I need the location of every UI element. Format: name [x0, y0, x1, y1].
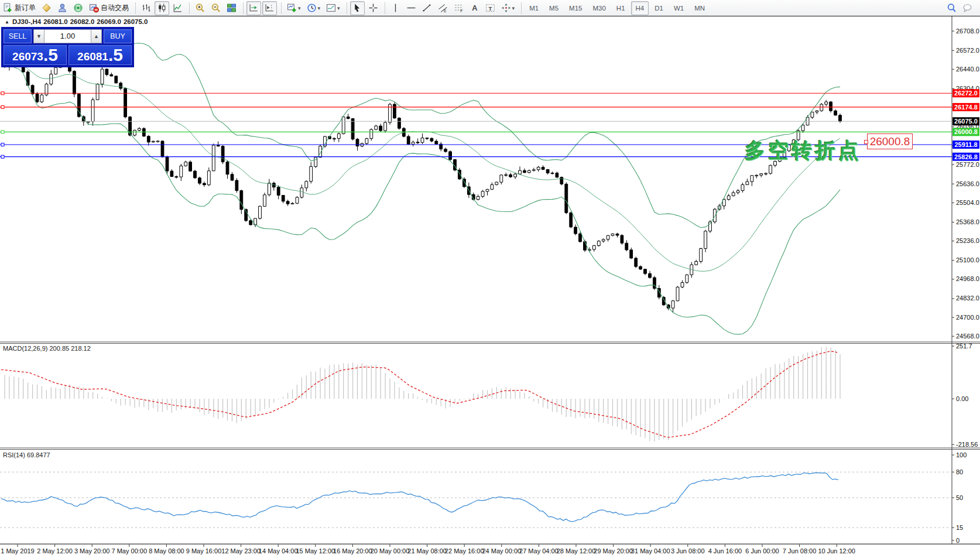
tf-m15-button[interactable]: M15 [564, 1, 587, 15]
svg-text:1 May 2019: 1 May 2019 [1, 547, 34, 554]
sell-price-main: 26073 [12, 50, 43, 63]
signals-button[interactable] [71, 1, 85, 15]
buy-button[interactable]: BUY [104, 29, 132, 43]
mql5-community-button[interactable] [55, 1, 70, 15]
indicators-button[interactable]: ▾ [285, 1, 303, 15]
svg-text:25504.0: 25504.0 [956, 199, 979, 206]
template-icon [326, 3, 336, 13]
volume-increase-button[interactable]: ▲ [91, 29, 102, 43]
textA-icon: A [470, 3, 479, 13]
tf-w1-button[interactable]: W1 [669, 1, 688, 15]
chart-shift-button[interactable] [262, 1, 277, 15]
bars-icon [141, 3, 151, 13]
svg-text:26272.0: 26272.0 [954, 90, 978, 97]
chart-annotation-text[interactable]: 多空转折点 [745, 137, 862, 165]
text-label-button[interactable]: T [483, 1, 498, 15]
chart-canvas[interactable]: 26708.026572.026440.026304.026168.026036… [0, 16, 980, 558]
metaeditor-button[interactable] [39, 1, 54, 15]
one-click-trading-panel: SELL ▼ 1.00 ▲ BUY 26073.5 26081.5 [2, 28, 133, 67]
zoom-in-button[interactable] [193, 1, 207, 15]
svg-text:26440.0: 26440.0 [956, 66, 979, 73]
chevron-down-icon[interactable]: ▾ [337, 5, 340, 11]
svg-text:24832.0: 24832.0 [956, 295, 979, 302]
chevron-down-icon[interactable]: ▾ [298, 5, 301, 11]
svg-text:3 Jun 08:00: 3 Jun 08:00 [671, 547, 705, 554]
periods-button[interactable]: ▾ [304, 1, 323, 15]
svg-text:25772.0: 25772.0 [956, 161, 979, 168]
tf-m5-button[interactable]: M5 [544, 1, 563, 15]
svg-text:6 Jun 00:00: 6 Jun 00:00 [745, 547, 779, 554]
svg-text:50: 50 [956, 494, 963, 501]
tile-windows-button[interactable] [224, 1, 239, 15]
svg-text:25100.0: 25100.0 [956, 256, 979, 263]
svg-text:15: 15 [956, 524, 963, 531]
sell-button[interactable]: SELL [4, 29, 32, 43]
tf-h1-button[interactable]: H1 [612, 1, 630, 15]
fibonacci-button[interactable]: F [451, 1, 466, 15]
volume-input[interactable]: 1.00 [44, 29, 91, 43]
svg-text:26708.0: 26708.0 [956, 28, 979, 35]
tiles-icon [227, 3, 237, 13]
equidistant-channel-button[interactable]: E [436, 1, 450, 15]
cursor-button[interactable] [350, 1, 365, 15]
svg-text:80: 80 [956, 468, 963, 475]
svg-text:251.7: 251.7 [956, 343, 972, 350]
tf-h4-button-label: H4 [633, 5, 647, 12]
chevron-down-icon[interactable]: ▾ [318, 5, 321, 11]
broadcast-icon [73, 3, 83, 13]
price-level-tag[interactable]: 26000.8 [867, 133, 913, 149]
svg-text:14 May 04:00: 14 May 04:00 [259, 547, 298, 554]
tf-d1-button[interactable]: D1 [650, 1, 668, 15]
buy-price-display[interactable]: 26081.5 [68, 45, 132, 65]
trendline-button[interactable] [420, 1, 434, 15]
candlestick-chart-button[interactable] [155, 1, 169, 15]
svg-text:25911.8: 25911.8 [954, 141, 977, 148]
clock-icon [307, 3, 317, 13]
zoom-out-icon [211, 3, 221, 13]
auto-scroll-button[interactable] [246, 1, 261, 15]
chevron-down-icon[interactable]: ▾ [512, 5, 515, 11]
zoom-out-button[interactable] [208, 1, 223, 15]
svg-text:F: F [460, 9, 462, 13]
buy-price-frac: .5 [108, 47, 123, 63]
tf-h4-button[interactable]: H4 [631, 1, 649, 15]
line-chart-button[interactable] [170, 1, 185, 15]
chart-window: 26708.026572.026440.026304.026168.026036… [0, 16, 980, 558]
rsi-indicator-label: RSI(14) 69.8477 [3, 451, 50, 458]
tf-mn-button[interactable]: MN [690, 1, 710, 15]
arrows-button[interactable]: ▾ [499, 1, 518, 15]
svg-text:29 May 20:00: 29 May 20:00 [594, 547, 633, 554]
chat-button[interactable] [960, 1, 975, 15]
svg-text:25826.8: 25826.8 [954, 153, 978, 160]
new-order-button[interactable]: 新订单 [1, 1, 38, 15]
vertical-line-button[interactable] [388, 1, 403, 15]
svg-text:20 May 00:00: 20 May 00:00 [371, 547, 410, 554]
symbol-title: DJ30-,H4 [12, 18, 41, 25]
horizontal-line-button[interactable] [404, 1, 419, 15]
svg-text:4 Jun 16:00: 4 Jun 16:00 [708, 547, 742, 554]
svg-text:12 May 23:00: 12 May 23:00 [221, 547, 261, 554]
toolbar-separator [521, 2, 522, 14]
collapse-panel-icon[interactable]: ▲ [5, 19, 9, 25]
text-button[interactable]: A [467, 1, 482, 15]
tf-m1-button[interactable]: M1 [525, 1, 543, 15]
bar-chart-button[interactable] [139, 1, 153, 15]
svg-text:E: E [444, 9, 447, 13]
autotrading-button[interactable]: 自动交易 [87, 1, 131, 15]
fibo-icon: F [454, 3, 464, 13]
toolbar-separator [135, 2, 136, 14]
sell-price-frac: .5 [43, 47, 58, 63]
diamond-icon [42, 3, 52, 13]
tf-m30-button[interactable]: M30 [588, 1, 610, 15]
templates-button[interactable]: ▾ [324, 1, 342, 15]
volume-decrease-button[interactable]: ▼ [33, 29, 44, 43]
search-button[interactable] [944, 1, 959, 15]
sell-price-display[interactable]: 26073.5 [4, 45, 67, 65]
svg-text:7 Jun 08:00: 7 Jun 08:00 [783, 547, 817, 554]
svg-text:24700.0: 24700.0 [956, 314, 979, 321]
svg-text:-218.56: -218.56 [956, 441, 978, 448]
svg-text:7 May 00:00: 7 May 00:00 [112, 547, 148, 554]
crosshair-button[interactable] [366, 1, 381, 15]
vline-icon [390, 3, 400, 13]
svg-text:9 May 16:00: 9 May 16:00 [186, 547, 222, 554]
